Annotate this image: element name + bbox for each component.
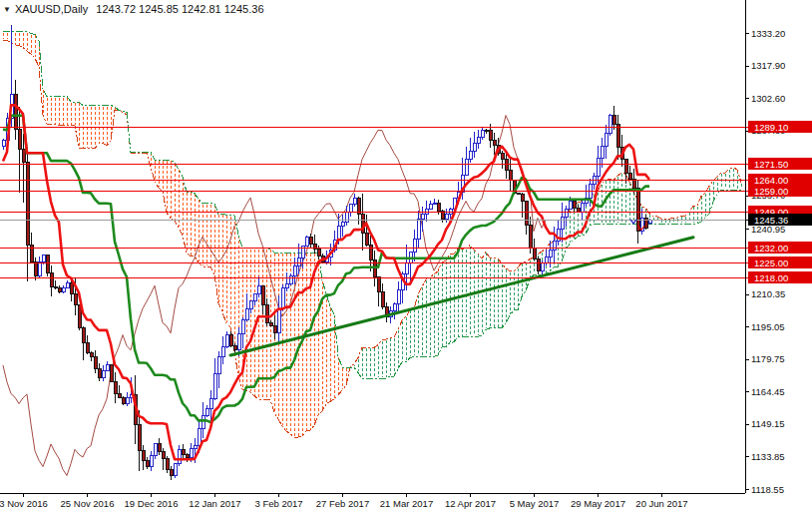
bull-candle [174, 464, 177, 476]
bull-candle [549, 250, 552, 256]
bull-candle [581, 204, 584, 212]
symbol-marker-icon: ▼ [3, 5, 11, 14]
bear-candle [110, 365, 113, 382]
bear-candle [381, 292, 384, 307]
bull-candle [597, 159, 600, 177]
bid-price-label: 1245.36 [745, 214, 812, 226]
bear-candle [261, 285, 264, 304]
bull-candle [553, 241, 556, 250]
price-scale-label: 1317.90 [751, 60, 785, 71]
bear-candle [114, 382, 117, 394]
bull-candle [102, 370, 105, 377]
level-price-label: 1289.10 [754, 122, 788, 133]
price-scale-label: 1164.45 [751, 386, 785, 397]
bull-candle [257, 285, 260, 293]
time-scale-label: 3 Feb 2017 [254, 498, 302, 509]
bull-candle [569, 202, 572, 209]
bear-candle [46, 256, 49, 273]
bull-candle [433, 204, 436, 205]
bull-candle [445, 215, 448, 220]
bull-candle [194, 446, 197, 449]
bear-candle [229, 335, 232, 346]
bear-candle [118, 394, 121, 398]
bull-candle [38, 262, 41, 275]
bull-candle [178, 449, 181, 463]
bear-candle [573, 202, 576, 209]
bear-candle [521, 194, 524, 201]
bull-candle [285, 283, 288, 287]
price-chart[interactable]: 1333.201317.901302.601287.301256.701240.… [0, 0, 812, 513]
bull-candle [42, 256, 45, 262]
bear-candle [142, 451, 145, 461]
bull-candle [202, 415, 204, 429]
bear-candle [98, 368, 101, 377]
level-price-label: 1232.00 [754, 243, 788, 254]
bull-candle [225, 335, 228, 347]
time-scale-label: 12 Apr 2017 [445, 498, 496, 509]
bull-candle [601, 146, 604, 159]
bull-candle [213, 373, 216, 398]
bull-candle [277, 308, 280, 333]
bear-candle [365, 234, 368, 246]
price-scale-label: 1179.75 [751, 353, 785, 364]
bear-candle [158, 444, 161, 452]
bull-candle [209, 399, 212, 409]
bull-candle [417, 220, 420, 239]
price-scale-label: 1118.55 [751, 484, 784, 495]
bull-candle [154, 444, 157, 456]
time-scale-labels: 3 Nov 201625 Nov 201619 Dec 201612 Jan 2… [0, 493, 688, 509]
bear-candle [632, 180, 635, 189]
price-scale-label: 1333.20 [751, 28, 785, 39]
bull-candle [481, 130, 484, 137]
bull-candle [477, 137, 480, 143]
bear-candle [186, 454, 189, 457]
bull-candle [429, 204, 432, 209]
level-price-label: 1264.00 [754, 175, 788, 186]
bear-candle [537, 259, 540, 270]
bull-candle [217, 356, 220, 373]
time-scale-label: 5 May 2017 [510, 498, 560, 509]
bull-candle [305, 237, 308, 246]
level-price-labels: 1289.101271.501264.001259.001249.001232.… [748, 121, 812, 283]
bull-candle [190, 449, 193, 457]
bull-candle [245, 308, 248, 319]
level-price-label: 1271.50 [754, 159, 788, 170]
bull-candle [349, 205, 352, 213]
bear-candle [489, 131, 492, 140]
bull-candle [297, 258, 300, 266]
axes [0, 0, 746, 494]
bull-candle [565, 209, 568, 218]
bull-candle [198, 429, 201, 446]
bull-candle [293, 266, 296, 276]
bull-candle [473, 144, 476, 152]
bear-candle [369, 245, 372, 259]
candles [2, 25, 651, 480]
bear-candle [628, 174, 631, 180]
bull-candle [561, 218, 564, 230]
bear-candle [162, 452, 165, 458]
bull-candle [541, 263, 544, 270]
bear-candle [182, 449, 185, 454]
bear-candle [509, 171, 512, 181]
bull-candle [605, 133, 608, 146]
bear-candle [493, 140, 496, 145]
price-scale-label: 1302.60 [751, 93, 785, 104]
bull-candle [241, 319, 244, 333]
bid-price-value: 1245.36 [754, 215, 788, 226]
bear-candle [146, 460, 149, 466]
bull-candle [421, 215, 424, 220]
bear-candle [357, 198, 360, 214]
bear-candle [501, 153, 504, 159]
bear-candle [309, 237, 312, 244]
bull-candle [249, 301, 252, 308]
plot-area[interactable] [2, 25, 742, 480]
bull-candle [397, 289, 400, 303]
level-price-label: 1218.00 [754, 272, 788, 283]
bull-candle [469, 152, 472, 160]
price-scale-label: 1133.85 [751, 451, 785, 462]
bull-candle [301, 246, 304, 258]
bear-candle [317, 250, 320, 256]
bull-candle [609, 116, 611, 134]
bear-candle [265, 304, 268, 322]
bull-candle [106, 365, 109, 370]
